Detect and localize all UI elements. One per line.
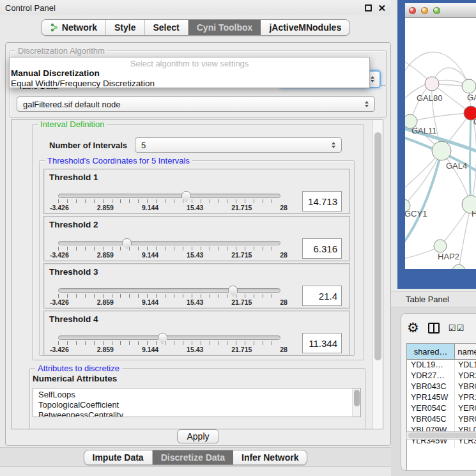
threshold-4-value-field[interactable]: 11.344 xyxy=(302,333,342,353)
slider-track[interactable] xyxy=(58,241,280,245)
table-row[interactable]: YBR043CYBR0 xyxy=(407,381,476,392)
table-panel-toolbar: ⚙ ☑☑ xyxy=(401,314,476,342)
threshold-1-slider[interactable]: -3.4262.8599.14415.4321.71528 xyxy=(58,194,280,211)
column-header-shared-name[interactable]: shared… xyxy=(407,344,455,359)
threshold-1-label: Threshold 1 xyxy=(49,173,98,182)
tick-label: 21.715 xyxy=(231,298,252,306)
scrollbar-thumb[interactable] xyxy=(354,390,360,406)
table-header-row: shared… name xyxy=(407,344,476,360)
tab-infer-network[interactable]: Infer Network xyxy=(233,450,307,464)
tick-label: -3.426 xyxy=(50,298,69,306)
algorithm-dropdown-popup: Select algorithm to view settings Manual… xyxy=(9,57,370,88)
threshold-3-panel: Threshold 3 -3.4262.8599.14415.4321.7152… xyxy=(43,263,350,309)
table-cell: YBR045C xyxy=(407,414,455,425)
network-node[interactable] xyxy=(432,141,451,160)
close-icon[interactable]: ✕ xyxy=(378,4,386,12)
float-window-icon[interactable] xyxy=(365,4,372,12)
tab-cyni-toolbox[interactable]: Cyni Toolbox xyxy=(188,20,261,35)
tab-infer-network-label: Infer Network xyxy=(242,452,298,463)
table-horizontal-scrollbar[interactable] xyxy=(406,431,476,440)
slider-tick-labels: -3.4262.8599.14415.4321.71528 xyxy=(50,346,288,353)
tab-discretize-data[interactable]: Discretize Data xyxy=(153,450,233,464)
slider-track[interactable] xyxy=(58,194,280,198)
slider-ticks xyxy=(58,199,280,203)
table-cell: YIL052C xyxy=(407,447,455,448)
network-node[interactable] xyxy=(434,240,447,252)
network-window-titlebar xyxy=(405,3,476,18)
tab-select[interactable]: Select xyxy=(145,20,188,35)
tab-discretize-data-label: Discretize Data xyxy=(161,452,225,463)
threshold-1-value-field[interactable]: 14.713 xyxy=(302,191,342,211)
discretization-algorithm-group-title: Discretization Algorithm xyxy=(15,46,107,56)
table-cell: YPR1 xyxy=(455,392,476,403)
list-item[interactable]: TopologicalCoefficient xyxy=(38,400,360,410)
table-row[interactable]: YIL052CYIL0 xyxy=(407,447,476,448)
table-data-combobox[interactable]: galFiltered.sif default node xyxy=(17,96,375,112)
tick-label: 28 xyxy=(280,204,288,211)
table-cell: YIL0 xyxy=(455,447,476,448)
threshold-4-slider[interactable]: -3.4262.8599.14415.4321.71528 xyxy=(58,335,280,353)
list-item[interactable]: BetweennessCentrality xyxy=(38,410,360,417)
network-node[interactable] xyxy=(425,77,439,91)
node-label: C xyxy=(473,117,476,127)
zoom-traffic-light-icon[interactable] xyxy=(433,7,440,14)
threshold-2-slider[interactable]: -3.4262.8599.14415.4321.71528 xyxy=(58,241,280,259)
node-label: GAL4 xyxy=(446,161,467,171)
slider-ticks xyxy=(58,247,280,250)
table-cell: YBR0 xyxy=(455,414,476,425)
attributes-group-title: Attributes to discretize xyxy=(35,364,122,373)
minimize-traffic-light-icon[interactable] xyxy=(421,7,428,14)
tab-network[interactable]: Network xyxy=(42,20,106,35)
slider-track[interactable] xyxy=(58,288,280,293)
tick-label: 2.859 xyxy=(97,251,114,259)
table-panel-title: Table Panel xyxy=(406,295,449,304)
tab-style[interactable]: Style xyxy=(106,20,144,35)
network-canvas[interactable]: GAL80GACGAL11GAL4GCY1HHAP2 xyxy=(405,18,476,269)
threshold-1-panel: Threshold 1 -3.4262.8599.14415.4321.7152… xyxy=(43,169,350,214)
slider-ticks xyxy=(58,294,280,298)
attributes-list-scrollbar[interactable] xyxy=(352,388,360,417)
tab-jactivemnodules[interactable]: jActiveMNodules xyxy=(261,20,349,35)
threshold-2-value-field[interactable]: 6.316 xyxy=(302,238,342,259)
numerical-attributes-label: Numerical Attributes xyxy=(33,374,117,383)
threshold-4-panel: Threshold 4 -3.4262.8599.14415.4321.7152… xyxy=(43,311,350,356)
scrollbar-thumb[interactable] xyxy=(374,132,381,360)
tick-label: 9.144 xyxy=(142,251,158,259)
tab-impute-data[interactable]: Impute Data xyxy=(84,450,153,464)
split-columns-icon[interactable] xyxy=(428,323,440,334)
network-node[interactable] xyxy=(462,79,476,93)
table-row[interactable]: YPR145WYPR1 xyxy=(407,392,476,403)
slider-tick-labels: -3.4262.8599.14415.4321.71528 xyxy=(50,251,288,259)
table-row[interactable]: YDR27…YDR2 xyxy=(407,371,476,381)
combo-spinner-icon xyxy=(332,142,335,148)
settings-vertical-scrollbar[interactable] xyxy=(372,120,383,429)
network-node[interactable] xyxy=(452,265,465,269)
dropdown-option-manual-discretization[interactable]: Manual Discretization xyxy=(10,68,369,79)
dropdown-option-equal-width[interactable]: Equal Width/Frequency Discretization xyxy=(10,79,369,89)
tick-label: 15.43 xyxy=(187,204,203,211)
table-row[interactable]: YBR045CYBR0 xyxy=(407,414,476,425)
slider-tick-labels: -3.4262.8599.14415.4321.71528 xyxy=(50,298,288,306)
interval-definition-group: Interval Definition Number of Intervals … xyxy=(32,124,364,360)
column-header-name[interactable]: name xyxy=(455,344,476,359)
table-row[interactable]: YER054CYER0 xyxy=(407,403,476,414)
scrollbar-thumb[interactable] xyxy=(408,433,476,438)
tab-select-label: Select xyxy=(153,22,180,33)
tab-cyni-toolbox-label: Cyni Toolbox xyxy=(197,22,253,33)
threshold-3-slider[interactable]: -3.4262.8599.14415.4321.71528 xyxy=(58,288,280,306)
table-row[interactable]: YDL19…YDL1 xyxy=(407,360,476,371)
tick-label: 15.43 xyxy=(187,251,203,259)
gear-icon[interactable]: ⚙ xyxy=(407,321,419,335)
slider-track[interactable] xyxy=(58,335,280,340)
network-graph: GAL80GACGAL11GAL4GCY1HHAP2 xyxy=(405,18,476,269)
apply-button[interactable]: Apply xyxy=(177,429,219,443)
tick-label: 28 xyxy=(280,346,288,353)
bottom-tab-bar: Impute Data Discretize Data Infer Networ… xyxy=(0,447,391,467)
close-traffic-light-icon[interactable] xyxy=(409,7,416,14)
numerical-attributes-list[interactable]: SelfLoopsTopologicalCoefficientBetweenne… xyxy=(33,388,361,417)
list-item[interactable]: SelfLoops xyxy=(38,390,360,400)
number-of-intervals-combobox[interactable]: 5 xyxy=(135,137,342,153)
threshold-3-value-field[interactable]: 21.4 xyxy=(302,286,342,306)
tab-style-label: Style xyxy=(114,22,135,33)
select-columns-checkbox-icon[interactable]: ☑☑ xyxy=(449,323,464,333)
